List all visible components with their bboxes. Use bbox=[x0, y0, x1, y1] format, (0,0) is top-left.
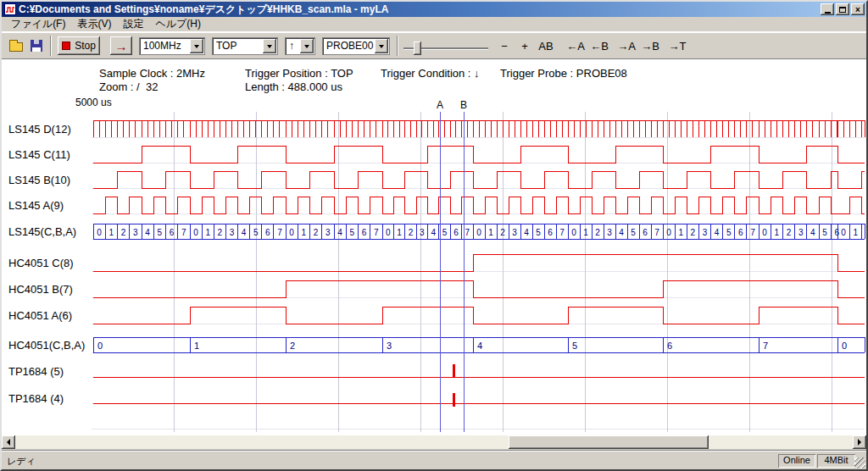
ab-button[interactable]: AB bbox=[536, 36, 556, 55]
svg-text:4: 4 bbox=[337, 228, 342, 237]
scroll-right-button[interactable] bbox=[853, 435, 866, 449]
scroll-left-button[interactable] bbox=[2, 435, 15, 449]
svg-text:1: 1 bbox=[678, 228, 683, 237]
trigger-edge-select[interactable]: ↑ bbox=[285, 37, 315, 55]
svg-text:4: 4 bbox=[715, 228, 720, 237]
svg-text:5: 5 bbox=[253, 228, 259, 237]
svg-text:6: 6 bbox=[667, 341, 672, 351]
horizontal-scrollbar[interactable] bbox=[2, 435, 866, 449]
sample-rate-dropdown-button[interactable] bbox=[190, 39, 203, 53]
close-button[interactable]: × bbox=[851, 3, 865, 15]
resize-grip[interactable] bbox=[854, 457, 865, 468]
goto-a-right-button[interactable]: →A bbox=[615, 36, 637, 55]
probe-select[interactable]: PROBE00 bbox=[322, 37, 390, 55]
length-info: Length : 488.000 us bbox=[245, 80, 342, 93]
svg-text:6: 6 bbox=[738, 228, 743, 237]
goto-trigger-button[interactable]: →T bbox=[666, 36, 688, 55]
zoom-in-button[interactable]: + bbox=[515, 36, 534, 55]
maximize-button[interactable] bbox=[836, 3, 849, 15]
waveform-client-area: Sample Clock : 2MHz Trigger Position : T… bbox=[2, 59, 866, 435]
minimize-button[interactable] bbox=[821, 3, 834, 15]
svg-text:0: 0 bbox=[762, 228, 767, 237]
svg-text:6: 6 bbox=[265, 228, 270, 237]
stop-button[interactable]: Stop bbox=[58, 36, 100, 55]
open-button[interactable] bbox=[7, 36, 25, 55]
svg-text:0: 0 bbox=[842, 341, 847, 351]
trigger-position-dropdown-button[interactable] bbox=[263, 39, 276, 53]
menu-bar: ファイル(F) 表示(V) 設定 ヘルプ(H) bbox=[2, 17, 866, 32]
status-ready-text: レディ bbox=[7, 455, 36, 468]
waveform-layer: 0123456701234567012345670123456701234567… bbox=[92, 112, 866, 432]
svg-text:3: 3 bbox=[326, 228, 331, 237]
svg-text:3: 3 bbox=[133, 228, 138, 237]
save-floppy-icon bbox=[31, 40, 42, 52]
svg-text:4: 4 bbox=[145, 228, 150, 237]
triangle-right-icon bbox=[858, 439, 861, 446]
svg-text:5: 5 bbox=[158, 228, 163, 237]
title-bar: C:¥Documents and Settings¥noname¥デスクトップ¥… bbox=[2, 2, 866, 17]
svg-text:0: 0 bbox=[386, 228, 391, 237]
svg-text:7: 7 bbox=[559, 228, 565, 237]
svg-text:1: 1 bbox=[194, 341, 199, 351]
svg-text:6: 6 bbox=[170, 228, 175, 237]
svg-text:6: 6 bbox=[643, 228, 648, 237]
status-online-panel: Online bbox=[778, 454, 815, 468]
trigger-edge-dropdown-button[interactable] bbox=[300, 39, 314, 53]
chevron-down-icon bbox=[304, 45, 309, 48]
svg-text:1: 1 bbox=[775, 228, 780, 237]
svg-text:3: 3 bbox=[420, 228, 425, 237]
slider-thumb[interactable] bbox=[414, 42, 421, 55]
goto-b-left-button[interactable]: ←B bbox=[588, 36, 610, 55]
probe-dropdown-button[interactable] bbox=[375, 39, 388, 53]
svg-text:2: 2 bbox=[314, 228, 319, 237]
svg-text:3: 3 bbox=[703, 228, 708, 237]
svg-text:4: 4 bbox=[619, 228, 624, 237]
cursor-b-line-label: B bbox=[460, 99, 467, 111]
toolbar-separator bbox=[397, 36, 398, 56]
trigger-probe-info: Trigger Probe : PROBE08 bbox=[500, 67, 627, 80]
goto-a-left-button[interactable]: ←A bbox=[565, 36, 587, 55]
scroll-thumb[interactable] bbox=[509, 435, 709, 449]
zoom-slider[interactable] bbox=[403, 36, 488, 55]
svg-text:6: 6 bbox=[548, 228, 553, 237]
svg-text:3: 3 bbox=[512, 228, 517, 237]
trigger-position-select[interactable]: TOP bbox=[212, 37, 278, 55]
svg-text:1: 1 bbox=[583, 228, 588, 237]
status-memory-panel: 4MBit bbox=[817, 454, 855, 468]
run-button[interactable]: → bbox=[110, 36, 132, 55]
waveform-canvas[interactable]: 0123456701234567012345670123456701234567… bbox=[2, 95, 866, 434]
svg-text:6: 6 bbox=[835, 228, 840, 237]
menu-settings[interactable]: 設定 bbox=[117, 16, 149, 32]
chevron-down-icon bbox=[267, 45, 272, 48]
svg-text:2: 2 bbox=[121, 228, 126, 237]
svg-text:5: 5 bbox=[631, 228, 636, 237]
status-bar: レディ Online 4MBit bbox=[2, 451, 866, 469]
svg-text:7: 7 bbox=[277, 228, 282, 237]
cursor-a-line-label: A bbox=[437, 99, 443, 111]
svg-text:6: 6 bbox=[362, 228, 367, 237]
zoom-out-button[interactable]: − bbox=[495, 36, 514, 55]
svg-text:0: 0 bbox=[97, 341, 103, 351]
svg-text:4: 4 bbox=[524, 228, 529, 237]
sample-rate-select[interactable]: 100MHz bbox=[139, 37, 205, 55]
trigger-edge-value: ↑ bbox=[289, 38, 294, 54]
menu-help[interactable]: ヘルプ(H) bbox=[149, 16, 207, 32]
svg-text:0: 0 bbox=[476, 228, 481, 237]
svg-text:5: 5 bbox=[536, 228, 541, 237]
save-button[interactable] bbox=[27, 36, 46, 55]
triangle-left-icon bbox=[7, 439, 10, 446]
svg-text:4: 4 bbox=[477, 341, 482, 351]
svg-text:1: 1 bbox=[302, 228, 307, 237]
svg-text:1: 1 bbox=[854, 228, 859, 237]
svg-text:6: 6 bbox=[453, 228, 459, 237]
slider-track[interactable] bbox=[403, 47, 488, 49]
menu-view[interactable]: 表示(V) bbox=[71, 16, 117, 32]
sample-clock-info: Sample Clock : 2MHz bbox=[99, 67, 205, 80]
menu-file[interactable]: ファイル(F) bbox=[5, 16, 71, 32]
run-arrow-icon: → bbox=[115, 39, 128, 53]
goto-b-right-button[interactable]: →B bbox=[639, 36, 661, 55]
stop-icon bbox=[62, 42, 70, 50]
app-window: C:¥Documents and Settings¥noname¥デスクトップ¥… bbox=[0, 0, 868, 471]
toolbar: Stop → 100MHz TOP ↑ PROBE00 − + AB bbox=[2, 32, 866, 59]
minimize-icon bbox=[825, 12, 831, 14]
